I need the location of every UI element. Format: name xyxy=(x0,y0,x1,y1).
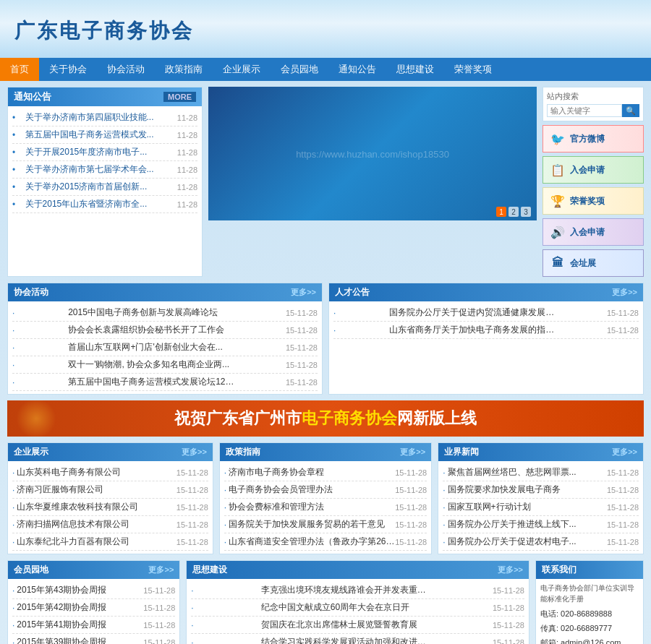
member-zone-link[interactable]: 2015年第39期协会周报 xyxy=(17,636,143,644)
honor-label: 荣誉奖项 xyxy=(570,195,605,207)
ideology-more[interactable]: 更多>> xyxy=(498,564,523,575)
industry-link[interactable]: 国家互联网+行动计划 xyxy=(448,501,607,513)
notice-link[interactable]: 关于举办2015济南市首届创新... xyxy=(25,181,170,193)
list-item: • 关于2015年山东省暨济南市全... 11-28 xyxy=(12,196,197,213)
ideology-link[interactable]: 李克强出境环境友规线路谁会开并发表重要讲... xyxy=(261,584,427,596)
honor-button[interactable]: 🏆 荣誉奖项 xyxy=(542,187,644,215)
industry-link[interactable]: 国务院办公厅关于推进线上线下... xyxy=(448,518,607,531)
search-input[interactable] xyxy=(547,104,622,117)
nav-home[interactable]: 首页 xyxy=(0,58,39,81)
nav-about[interactable]: 关于协会 xyxy=(39,58,97,81)
policy-link[interactable]: 山东省商道安全管理办法（鲁政办字第266号 xyxy=(229,536,395,548)
policy-link[interactable]: 济南市电子商务协会章程 xyxy=(229,466,395,478)
header: 广东电子商务协会 xyxy=(0,0,651,58)
search-button[interactable]: 🔍 xyxy=(622,104,639,117)
industry-link[interactable]: 聚焦首届网丝塔巴、慈悲网罪票... xyxy=(448,466,607,478)
expo-button[interactable]: 🏛 会址展 xyxy=(542,249,644,277)
member-zone-title: 会员园地 xyxy=(14,564,48,576)
member-zone-link[interactable]: 2015年第43期协会周报 xyxy=(17,584,143,596)
notice-link[interactable]: 关于举办济南市第四届职业技能... xyxy=(25,111,170,124)
contact-title: 联系我们 xyxy=(542,564,576,576)
enterprise-link[interactable]: 山东华夏维康农牧科技有限公司 xyxy=(17,501,176,513)
list-item: · 2015年第41期协会周报 15-11-28 xyxy=(12,617,175,634)
search-title: 站内搜索 xyxy=(547,91,639,102)
ideology-link[interactable]: 结合学习实践科学发展观活动加强和改进党的... xyxy=(261,636,427,644)
slide-content: https://www.huzhan.com/ishop18530 xyxy=(208,87,537,220)
nav-policy[interactable]: 政策指南 xyxy=(155,58,213,81)
notice-more[interactable]: MORE xyxy=(163,92,196,102)
industry-list: · 聚焦首届网丝塔巴、慈悲网罪票... 15-11-28 · 国务院要求加快发展… xyxy=(438,461,643,554)
member-zone-more[interactable]: 更多>> xyxy=(148,564,174,575)
enterprise-link[interactable]: 济南习匠服饰有限公司 xyxy=(17,484,176,496)
list-item: · 2015年第42期协会周报 15-11-28 xyxy=(12,599,175,617)
row2: 协会活动 更多>> · 2015中国电子商务创新与发展高峰论坛 15-11-28… xyxy=(7,283,644,395)
policy-more[interactable]: 更多>> xyxy=(400,447,425,458)
industry-link[interactable]: 国务院要求加快发展电子商务 xyxy=(448,484,607,496)
policy-link[interactable]: 电子商务协会会员管理办法 xyxy=(229,484,395,496)
notice-date: 11-28 xyxy=(177,148,197,157)
list-item: • 关于举办济南市第四届职业技能... 11-28 xyxy=(12,109,197,126)
talent-link[interactable]: 国务院办公厅关于促进内贸流通健康发展的暂... xyxy=(389,306,556,319)
notice-box: 通知公告 MORE • 关于举办济南市第四届职业技能... 11-28 • 第五… xyxy=(7,87,203,277)
nav-activities[interactable]: 协会活动 xyxy=(97,58,155,81)
ideology-link[interactable]: 纪念中国文献成立60周年大会在京日开 xyxy=(261,601,427,614)
slide-dot-3[interactable]: 3 xyxy=(521,207,531,217)
slide-dot-1[interactable]: 1 xyxy=(496,207,506,217)
nav-honor[interactable]: 荣誉奖项 xyxy=(444,58,502,81)
list-item: · 首届山东'互联网+门店'创新创业大会在... 15-11-28 xyxy=(12,339,318,356)
assoc-more[interactable]: 更多>> xyxy=(291,287,316,298)
nav-enterprise[interactable]: 企业展示 xyxy=(213,58,271,81)
policy-box: 政策指南 更多>> · 济南市电子商务协会章程 15-11-28 · 电子商务协… xyxy=(219,442,432,554)
banner-prefix: 祝贺广东省广州市 xyxy=(174,409,302,427)
row4: 会员园地 更多>> · 2015年第43期协会周报 15-11-28 · 201… xyxy=(7,560,644,644)
list-item: · 济南扫描网信息技术有限公司 15-11-28 xyxy=(12,516,208,533)
nav-notice[interactable]: 通知公告 xyxy=(328,58,386,81)
member-zone-link[interactable]: 2015年第42期协会周报 xyxy=(17,601,143,614)
enterprise-link[interactable]: 山东泰纪北斗力百器有限公司 xyxy=(17,536,176,548)
slide-dot-2[interactable]: 2 xyxy=(509,207,519,217)
list-item: · 国务院办公厅关于促进内贸流通健康发展的暂... 15-11-28 xyxy=(333,304,639,322)
list-item: · 2015年第39期协会周报 15-11-28 xyxy=(12,634,175,644)
notice-link[interactable]: 关于举办济南市第七届学术年会... xyxy=(25,163,170,176)
member-zone-link[interactable]: 2015年第41期协会周报 xyxy=(17,619,143,631)
search-row: 🔍 xyxy=(547,104,639,117)
assoc-link[interactable]: 2015中国电子商务创新与发展高峰论坛 xyxy=(68,306,234,319)
policy-link[interactable]: 协会会费标准和管理方法 xyxy=(229,501,395,513)
list-item: • 第五届中国电子商务运营模式发... 11-28 xyxy=(12,126,197,144)
list-item: · 山东英科电子商务有限公司 15-11-28 xyxy=(12,464,208,481)
row1: 通知公告 MORE • 关于举办济南市第四届职业技能... 11-28 • 第五… xyxy=(7,87,644,277)
list-item: · 国家互联网+行动计划 15-11-28 xyxy=(443,499,639,516)
member-icon: 📋 xyxy=(549,161,566,179)
member-apply-button[interactable]: 📋 入会申请 xyxy=(542,156,644,184)
notice-link[interactable]: 关于开展2015年度济南市电子... xyxy=(25,146,170,158)
assoc-link[interactable]: 第五届中国电子商务运营模式发展论坛12月5- xyxy=(68,376,234,388)
notice-link[interactable]: 第五届中国电子商务运营模式发... xyxy=(25,129,170,141)
notice-link[interactable]: 关于2015年山东省暨济南市全... xyxy=(25,198,170,210)
nav-member[interactable]: 会员园地 xyxy=(271,58,328,81)
assoc-link[interactable]: 首届山东'互联网+门店'创新创业大会在... xyxy=(68,341,234,353)
policy-title: 政策指南 xyxy=(226,446,260,458)
assoc-link[interactable]: 协会会长袁露组织协会秘书长开了工作会 xyxy=(68,324,234,336)
nav-ideology[interactable]: 思想建设 xyxy=(386,58,444,81)
watermark: https://www.huzhan.com/ishop18530 xyxy=(296,148,449,159)
industry-link[interactable]: 国务院办公厅关于促进农村电子... xyxy=(448,536,607,548)
member-zone-box: 会员园地 更多>> · 2015年第43期协会周报 15-11-28 · 201… xyxy=(7,560,180,644)
enterprise-link[interactable]: 山东英科电子商务有限公司 xyxy=(17,466,176,478)
bullet-icon: • xyxy=(12,165,15,175)
talent-link[interactable]: 山东省商务厅关于加快电子商务发展的指导意... xyxy=(389,324,556,336)
policy-link[interactable]: 国务院关于加快发展服务贸易的若干意见 xyxy=(229,518,395,531)
meeting-button[interactable]: 🔊 入会申请 xyxy=(542,218,644,246)
enterprise-more[interactable]: 更多>> xyxy=(182,447,207,458)
industry-more[interactable]: 更多>> xyxy=(612,447,637,458)
assoc-link[interactable]: 双十一'购物潮, 协会众多知名电商企业两... xyxy=(68,359,234,371)
row3: 企业展示 更多>> · 山东英科电子商务有限公司 15-11-28 · 济南习匠… xyxy=(7,442,644,554)
list-item: · 聚焦首届网丝塔巴、慈悲网罪票... 15-11-28 xyxy=(443,464,639,481)
talent-more[interactable]: 更多>> xyxy=(612,287,637,298)
ideology-link[interactable]: 贺国庆在北京出席儒林士展览暨誓教育展 xyxy=(261,619,427,631)
weibo-button[interactable]: 🐦 官方微博 xyxy=(542,125,644,153)
enterprise-link[interactable]: 济南扫描网信息技术有限公司 xyxy=(17,518,176,531)
notice-title: 通知公告 xyxy=(14,90,51,103)
assoc-header: 协会活动 更多>> xyxy=(8,283,322,301)
member-zone-list: · 2015年第43期协会周报 15-11-28 · 2015年第42期协会周报… xyxy=(8,579,179,644)
notice-date: 11-28 xyxy=(177,183,197,192)
